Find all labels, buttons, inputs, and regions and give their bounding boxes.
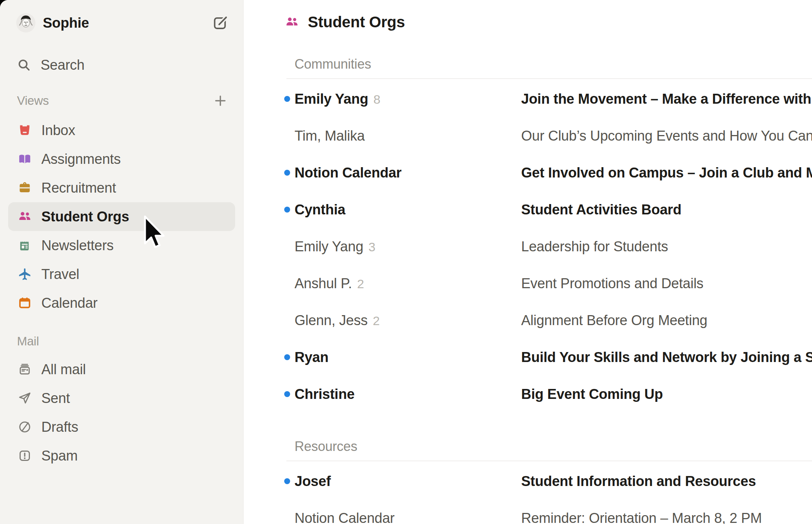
email-sender: Josef <box>295 473 331 489</box>
sidebar-item-label: Recruitment <box>41 180 116 196</box>
group-header: Resources <box>295 438 812 455</box>
sidebar-item-assignments[interactable]: Assignments <box>8 145 235 173</box>
account-switcher[interactable]: Sophie <box>0 13 243 33</box>
people-icon <box>285 15 299 29</box>
group-communities: Communities Emily Yang8 Join the Movemen… <box>244 56 812 413</box>
sidebar-item-spam[interactable]: Spam <box>8 441 235 470</box>
search-label: Search <box>41 57 85 73</box>
email-subject: Build Your Skills and Network by Joining… <box>521 349 812 365</box>
email-row[interactable]: Notion Calendar Reminder: Orientation – … <box>244 500 812 524</box>
sidebar-item-recruitment[interactable]: Recruitment <box>8 173 235 202</box>
page-title: Student Orgs <box>308 13 405 31</box>
email-subject: Our Club’s Upcoming Events and How You C… <box>521 128 812 144</box>
views-nav: Inbox Assignments Recruitment Student Or… <box>0 116 243 317</box>
email-sender: Cynthia <box>295 202 345 218</box>
unread-dot <box>284 478 290 484</box>
unread-dot <box>284 354 290 360</box>
sidebar-item-label: Travel <box>41 266 79 282</box>
divider <box>286 461 812 461</box>
mail-stack-icon <box>18 362 32 376</box>
email-row[interactable]: Emily Yang3 Leadership for Students <box>244 228 812 265</box>
compose-icon[interactable] <box>212 15 228 31</box>
briefcase-icon <box>18 181 32 195</box>
email-subject: Join the Movement – Make a Difference wi… <box>521 91 812 107</box>
mouse-cursor-icon <box>142 215 166 253</box>
sidebar-item-label: Newsletters <box>41 238 114 254</box>
sidebar-item-label: All mail <box>41 362 86 378</box>
open-book-icon <box>18 152 32 166</box>
search-button[interactable]: Search <box>0 55 243 75</box>
sidebar-item-drafts[interactable]: Drafts <box>8 413 235 441</box>
mail-section-header: Mail <box>0 333 243 350</box>
mail-nav: All mail Sent Drafts Spam <box>0 355 243 470</box>
message-list-panel: Student Orgs Communities Emily Yang8 Joi… <box>244 0 812 524</box>
people-icon <box>18 210 32 224</box>
thread-count: 3 <box>368 240 375 254</box>
email-sender: Tim, Malika <box>295 128 365 144</box>
avatar <box>16 13 35 32</box>
group-resources: Resources Josef Student Information and … <box>244 438 812 524</box>
views-section-header: Views <box>0 92 243 109</box>
search-icon <box>17 58 31 72</box>
email-sender: Anshul P. <box>295 276 352 292</box>
sidebar-item-calendar[interactable]: Calendar <box>8 289 235 317</box>
add-view-icon[interactable] <box>213 93 228 108</box>
email-row[interactable]: Cynthia Student Activities Board <box>244 191 812 228</box>
email-row[interactable]: Christine Big Event Coming Up <box>244 376 812 413</box>
email-sender: Ryan <box>295 349 328 365</box>
sidebar-item-all-mail[interactable]: All mail <box>8 355 235 384</box>
sidebar-item-label: Student Orgs <box>41 209 129 225</box>
view-title-row: Student Orgs <box>285 12 812 32</box>
email-sender: Christine <box>295 386 355 402</box>
sidebar-item-inbox[interactable]: Inbox <box>8 116 235 145</box>
spam-exclamation-icon <box>18 449 32 463</box>
inbox-icon <box>18 123 32 137</box>
email-subject: Student Activities Board <box>521 202 812 218</box>
calendar-icon <box>18 296 32 310</box>
paper-plane-icon <box>18 391 32 405</box>
sidebar-item-sent[interactable]: Sent <box>8 384 235 413</box>
mail-section-label: Mail <box>17 334 39 348</box>
email-sender: Notion Calendar <box>295 510 395 524</box>
email-subject: Get Involved on Campus – Join a Club and… <box>521 165 812 181</box>
email-row[interactable]: Ryan Build Your Skills and Network by Jo… <box>244 339 812 376</box>
email-sender: Notion Calendar <box>295 165 402 181</box>
email-sender: Emily Yang <box>295 239 363 255</box>
user-name: Sophie <box>43 15 89 31</box>
thread-count: 2 <box>373 314 380 328</box>
draft-pencil-circle-icon <box>18 420 32 434</box>
group-header: Communities <box>295 56 812 72</box>
sidebar-item-label: Spam <box>41 448 78 464</box>
email-row[interactable]: Glenn, Jess2 Alignment Before Org Meetin… <box>244 302 812 339</box>
sidebar-item-label: Calendar <box>41 295 97 311</box>
email-subject: Big Event Coming Up <box>521 386 812 402</box>
divider <box>286 78 812 79</box>
sidebar-item-label: Drafts <box>41 419 78 435</box>
sidebar-item-label: Assignments <box>41 151 121 167</box>
unread-dot <box>284 96 290 102</box>
email-row[interactable]: Notion Calendar Get Involved on Campus –… <box>244 154 812 191</box>
thread-count: 8 <box>374 92 381 107</box>
sidebar-item-label: Inbox <box>41 123 75 138</box>
thread-count: 2 <box>357 277 364 291</box>
email-subject: Event Promotions and Details <box>521 276 812 292</box>
unread-dot <box>284 170 290 176</box>
email-subject: Reminder: Orientation – March 8, 2 PM <box>521 510 812 524</box>
email-sender: Glenn, Jess <box>295 313 368 328</box>
app-window: Sophie Search Views <box>0 0 812 524</box>
email-sender: Emily Yang <box>295 91 368 107</box>
email-row[interactable]: Anshul P.2 Event Promotions and Details <box>244 265 812 302</box>
sidebar-item-travel[interactable]: Travel <box>8 260 235 289</box>
email-row[interactable]: Emily Yang8 Join the Movement – Make a D… <box>244 80 812 117</box>
views-section-label: Views <box>17 94 49 108</box>
sidebar-item-student-orgs[interactable]: Student Orgs <box>8 202 235 231</box>
unread-dot <box>284 207 290 213</box>
sidebar-item-newsletters[interactable]: Newsletters <box>8 231 235 260</box>
email-subject: Alignment Before Org Meeting <box>521 313 812 328</box>
plane-icon <box>18 267 32 281</box>
email-row[interactable]: Tim, Malika Our Club’s Upcoming Events a… <box>244 117 812 154</box>
unread-dot <box>284 391 290 397</box>
newspaper-icon <box>18 238 32 252</box>
email-subject: Student Information and Resources <box>521 473 812 489</box>
email-row[interactable]: Josef Student Information and Resources <box>244 463 812 500</box>
